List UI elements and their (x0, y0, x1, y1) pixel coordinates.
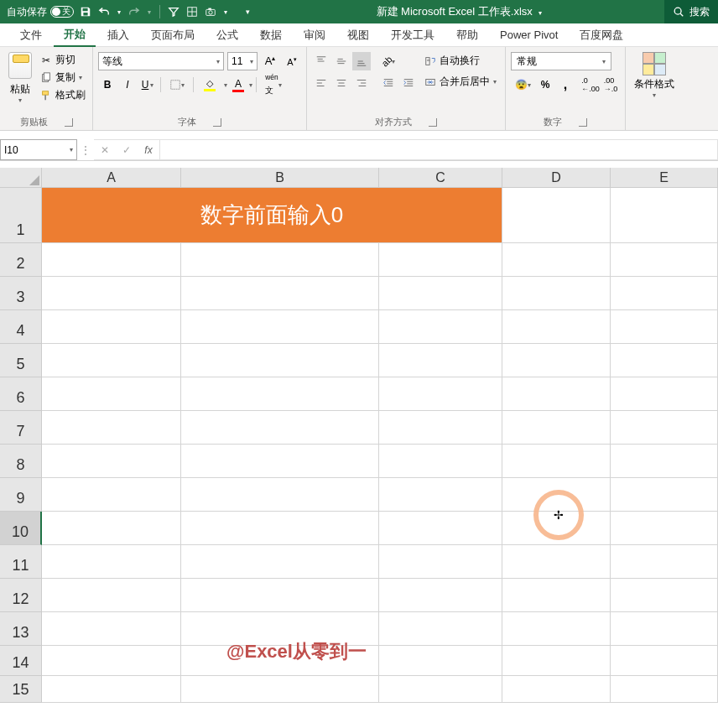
cell-B4[interactable] (181, 310, 379, 344)
row-header-6[interactable]: 6 (0, 377, 42, 411)
cell-E13[interactable] (611, 612, 718, 646)
cell-D7[interactable] (502, 411, 611, 445)
cell-A2[interactable] (42, 243, 181, 277)
border-dropdown-icon[interactable]: ▾ (181, 81, 185, 89)
cell-A10[interactable] (42, 512, 181, 545)
cell-B7[interactable] (181, 411, 379, 445)
number-format-combo[interactable]: 常规 ▾ (511, 52, 611, 70)
cell-B5[interactable] (181, 344, 379, 377)
column-header-C[interactable]: C (379, 168, 502, 188)
cell-B12[interactable] (181, 579, 379, 612)
cell-A3[interactable] (42, 277, 181, 310)
row-header-10[interactable]: 10 (0, 512, 42, 545)
row-header-2[interactable]: 2 (0, 243, 42, 277)
cell-D14[interactable] (502, 646, 611, 676)
cell-C7[interactable] (379, 411, 502, 445)
cell-A7[interactable] (42, 411, 181, 445)
clipboard-launcher[interactable] (65, 118, 73, 127)
cell-E15[interactable] (611, 676, 718, 703)
tab-data[interactable]: 数据 (250, 23, 292, 47)
cancel-button[interactable]: ✕ (94, 140, 116, 160)
increase-font-button[interactable]: A▴ (261, 52, 279, 70)
fill-color-dropdown-icon[interactable]: ▾ (224, 81, 227, 89)
formula-input[interactable] (160, 139, 718, 160)
align-middle-button[interactable] (332, 52, 351, 70)
format-painter-button[interactable]: 格式刷 (39, 87, 87, 103)
cell-C12[interactable] (379, 579, 502, 612)
cell-E6[interactable] (611, 377, 718, 411)
accounting-dropdown-icon[interactable]: ▾ (528, 81, 531, 89)
enter-button[interactable]: ✓ (116, 140, 138, 160)
row-header-7[interactable]: 7 (0, 411, 42, 445)
cell-C14[interactable] (379, 646, 502, 676)
cell-E10[interactable] (611, 512, 718, 545)
cell-B2[interactable] (181, 243, 379, 277)
align-left-button[interactable] (312, 74, 330, 92)
column-header-A[interactable]: A (42, 168, 181, 188)
camera-dropdown-icon[interactable]: ▾ (222, 5, 229, 18)
column-header-E[interactable]: E (611, 168, 718, 188)
conditional-format-dropdown-icon[interactable]: ▾ (653, 91, 656, 99)
wrap-text-button[interactable]: ab 自动换行 (421, 52, 500, 70)
phonetic-dropdown-icon[interactable]: ▾ (278, 81, 282, 89)
select-all-corner[interactable] (0, 168, 42, 188)
cell-A5[interactable] (42, 344, 181, 377)
number-format-dropdown-icon[interactable]: ▾ (602, 58, 606, 65)
cell-C4[interactable] (379, 310, 502, 344)
cell-D10[interactable] (502, 512, 611, 545)
qat-customize-icon[interactable]: ▾ (241, 5, 254, 18)
toggle-switch[interactable]: 关 (50, 6, 74, 18)
row-header-1[interactable]: 1 (0, 188, 42, 243)
cell-C6[interactable] (379, 377, 502, 411)
row-header-3[interactable]: 3 (0, 277, 42, 310)
cell-D6[interactable] (502, 377, 611, 411)
formula-bar-grip[interactable]: ⋮ (77, 139, 94, 160)
autosave-toggle[interactable]: 自动保存 关 (7, 5, 74, 19)
row-header-8[interactable]: 8 (0, 445, 42, 478)
tab-home[interactable]: 开始 (54, 23, 96, 47)
cell-A14[interactable] (42, 646, 181, 676)
decrease-font-button[interactable]: A▾ (283, 52, 301, 70)
conditional-format-button[interactable]: 条件格式 ▾ (629, 49, 679, 102)
tab-help[interactable]: 帮助 (446, 23, 488, 47)
cut-button[interactable]: ✂ 剪切 (39, 52, 87, 68)
font-name-combo[interactable]: 等线 ▾ (98, 52, 224, 70)
cell-D3[interactable] (502, 277, 611, 310)
cell-E8[interactable] (611, 445, 718, 478)
increase-decimal-button[interactable]: .0←.00 (581, 75, 600, 94)
align-right-button[interactable] (352, 74, 371, 92)
cell-B8[interactable] (181, 445, 379, 478)
undo-dropdown-icon[interactable]: ▾ (116, 5, 122, 18)
copy-button[interactable]: 复制 ▾ (39, 70, 87, 86)
cell-C10[interactable] (379, 512, 502, 545)
filename-dropdown-icon[interactable]: ▾ (538, 9, 542, 17)
cell-C8[interactable] (379, 445, 502, 478)
cell-E14[interactable] (611, 646, 718, 676)
paste-button[interactable]: 粘贴 ▾ (3, 49, 37, 107)
cell-D2[interactable] (502, 243, 611, 277)
filter-icon[interactable] (167, 5, 180, 18)
increase-indent-button[interactable] (399, 74, 418, 92)
row-header-13[interactable]: 13 (0, 612, 42, 646)
row-header-5[interactable]: 5 (0, 344, 42, 377)
paste-dropdown-icon[interactable]: ▾ (18, 96, 22, 104)
cell-B9[interactable] (181, 478, 379, 512)
cell-E12[interactable] (611, 579, 718, 612)
row-header-11[interactable]: 11 (0, 545, 42, 579)
cell-B13[interactable] (181, 612, 379, 646)
decrease-decimal-button[interactable]: .00→.0 (601, 75, 620, 94)
font-size-combo[interactable]: 11 ▾ (227, 52, 258, 70)
cell-E5[interactable] (611, 344, 718, 377)
fx-button[interactable]: fx (138, 140, 159, 160)
copy-dropdown-icon[interactable]: ▾ (79, 74, 82, 81)
cell-D9[interactable] (502, 478, 611, 512)
cell-E4[interactable] (611, 310, 718, 344)
name-box-dropdown-icon[interactable]: ▾ (70, 146, 73, 153)
tab-page-layout[interactable]: 页面布局 (141, 23, 205, 47)
tab-baidu[interactable]: 百度网盘 (570, 23, 633, 47)
cell-D12[interactable] (502, 579, 611, 612)
cell-D5[interactable] (502, 344, 611, 377)
font-name-dropdown-icon[interactable]: ▾ (216, 58, 220, 65)
border-icon[interactable] (185, 5, 199, 18)
name-box[interactable]: I10 ▾ (0, 139, 77, 160)
